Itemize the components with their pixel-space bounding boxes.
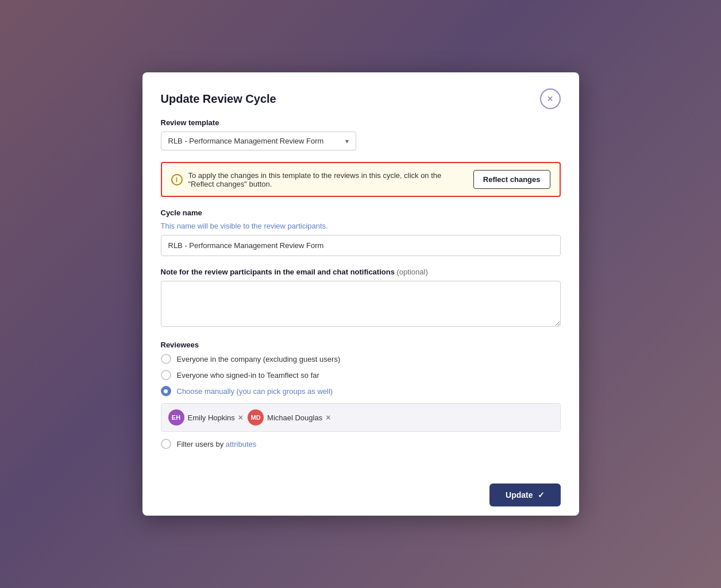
reviewee-chip-eh: EH Emily Hopkins × [168, 409, 244, 425]
reviewee-name-md: Michael Douglas [267, 413, 322, 422]
reflect-changes-notice: i To apply the changes in this template … [161, 162, 561, 197]
notes-label: Note for the review participants in the … [161, 268, 561, 276]
reviewees-section: Reviewees Everyone in the company (exclu… [161, 341, 561, 449]
radio-everyone-company[interactable]: Everyone in the company (excluding guest… [161, 354, 561, 364]
radio-circle-1 [161, 354, 171, 364]
modal-body: Review template RLB - Performance Manage… [142, 118, 579, 474]
cycle-name-input[interactable] [161, 235, 561, 256]
checkmark-icon: ✓ [538, 490, 545, 500]
reflect-changes-button[interactable]: Reflect changes [473, 170, 550, 189]
radio-everyone-signed[interactable]: Everyone who signed-in to Teamflect so f… [161, 370, 561, 380]
notes-input[interactable] [161, 281, 561, 327]
radio-circle-2 [161, 370, 171, 380]
cycle-name-sublabel: This name will be visible to the review … [161, 222, 561, 230]
modal-footer: Update ✓ [142, 474, 579, 516]
reviewee-chip-md: MD Michael Douglas × [248, 409, 330, 425]
attributes-link[interactable]: attributes [226, 440, 256, 448]
reviewees-radio-group: Everyone in the company (excluding guest… [161, 354, 561, 396]
radio-label-1: Everyone in the company (excluding guest… [177, 355, 341, 363]
remove-eh-button[interactable]: × [238, 413, 243, 422]
reviewees-chip-list: EH Emily Hopkins × MD Michael Douglas × [161, 403, 561, 432]
update-button[interactable]: Update ✓ [489, 483, 560, 506]
info-icon: i [171, 174, 183, 185]
close-button[interactable]: × [540, 88, 561, 109]
cycle-name-section: Cycle name This name will be visible to … [161, 208, 561, 256]
filter-label: Filter users by attributes [177, 440, 257, 448]
chevron-down-icon: ▾ [345, 137, 349, 145]
modal-header: Update Review Cycle × [142, 72, 579, 118]
cycle-name-label: Cycle name [161, 208, 561, 217]
notice-text-area: i To apply the changes in this template … [171, 171, 466, 188]
notes-section: Note for the review participants in the … [161, 268, 561, 329]
update-button-label: Update [506, 490, 533, 500]
radio-circle-filter [161, 439, 171, 449]
review-template-section: Review template RLB - Performance Manage… [161, 118, 561, 150]
avatar-eh: EH [168, 409, 184, 425]
remove-md-button[interactable]: × [326, 413, 330, 422]
avatar-md: MD [248, 409, 264, 425]
review-template-dropdown[interactable]: RLB - Performance Management Review Form… [161, 131, 356, 150]
review-template-value: RLB - Performance Management Review Form [168, 137, 324, 145]
reviewees-label: Reviewees [161, 341, 561, 349]
radio-choose-manually[interactable]: Choose manually (you can pick groups as … [161, 386, 561, 396]
radio-label-3: Choose manually (you can pick groups as … [177, 387, 333, 396]
notice-message: To apply the changes in this template to… [188, 171, 466, 188]
update-review-cycle-modal: Update Review Cycle × Review template RL… [142, 72, 579, 516]
radio-circle-3 [161, 386, 171, 396]
modal-title: Update Review Cycle [161, 92, 276, 106]
radio-label-2: Everyone who signed-in to Teamflect so f… [177, 371, 319, 380]
reviewee-name-eh: Emily Hopkins [188, 413, 235, 422]
review-template-label: Review template [161, 118, 561, 127]
filter-by-attributes[interactable]: Filter users by attributes [161, 439, 561, 449]
